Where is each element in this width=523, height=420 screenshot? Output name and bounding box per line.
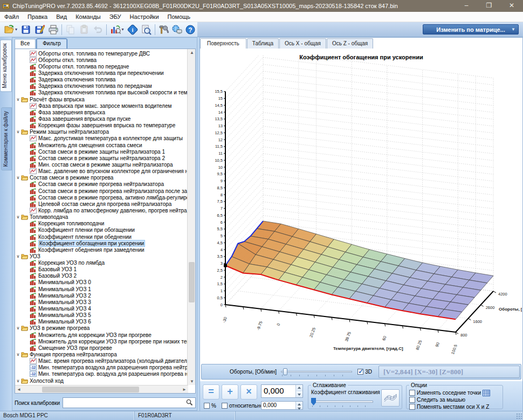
smoothing-slider[interactable] — [311, 398, 373, 407]
tree-folder[interactable]: ∨УОЗ — [15, 253, 187, 259]
add-value-button[interactable]: + — [222, 384, 238, 400]
tree-item[interactable]: Коррекция УОЗ по лямбда — [15, 260, 187, 266]
menu-Вид[interactable]: Вид — [52, 12, 71, 22]
tree-folder[interactable]: ∨Режим защиты нейтрализатора — [15, 129, 187, 135]
tree-item[interactable]: -12Мин. температура воздуха для разрешен… — [15, 364, 187, 371]
tree-item[interactable]: Обороты откл. топлива — [15, 57, 187, 63]
tree-folder[interactable]: ∨УОЗ в режиме прогрева — [15, 325, 187, 332]
set-value-button[interactable]: = — [203, 384, 219, 400]
expand-chevron-icon[interactable]: ∨ — [16, 378, 20, 383]
tree-item[interactable]: Коррекция фазы завершения впрыска по тем… — [15, 122, 187, 129]
spin-down-icon[interactable] — [296, 391, 302, 398]
checkbox-follow-mouse[interactable] — [409, 397, 415, 403]
apply-smoothing-button[interactable] — [381, 389, 400, 407]
maximize-button[interactable]: ❐ — [478, 0, 500, 12]
menu-ЭБУ[interactable]: ЭБУ — [105, 12, 126, 22]
tree-item[interactable]: Задержка отключения топлива по передачам — [15, 83, 187, 89]
tree-item[interactable]: Обороты откл. топлива по передаче — [15, 63, 187, 70]
network-button[interactable] — [170, 23, 184, 36]
print-button[interactable] — [46, 23, 60, 36]
expand-chevron-icon[interactable]: ∨ — [16, 326, 20, 331]
value-input[interactable]: 0,000 — [262, 385, 295, 397]
tree-tab-Фильтр[interactable]: Фильтр — [37, 39, 67, 49]
tree-item[interactable]: Минимальный УОЗ 1 — [15, 286, 187, 292]
edit-by-matrix-button[interactable]: Изменить по матрице... ▼ — [423, 24, 519, 35]
dropdown-caret-icon[interactable]: ▾ — [121, 27, 123, 32]
expand-chevron-icon[interactable]: ∨ — [16, 215, 20, 219]
help-button[interactable]: ? — [184, 23, 197, 36]
tree-item[interactable]: Корр. лямбда по атмосферному давлению, п… — [15, 207, 187, 214]
tree-item[interactable]: Минимальный УОЗ 5 — [15, 312, 187, 319]
info-button[interactable]: i — [126, 23, 139, 36]
sidebar-tab-calibration-menu[interactable]: Меню калибровок — [0, 39, 12, 92]
close-button[interactable]: ✕ — [500, 0, 523, 12]
tree-folder[interactable]: ∨Холостой ход — [15, 377, 187, 384]
tree-item[interactable]: Множитель для смещения состава смеси — [15, 142, 187, 148]
tree-item[interactable]: Коэффициент пленки при обеднении — [15, 233, 187, 240]
paste-button[interactable] — [77, 23, 91, 36]
tree-item[interactable]: Минимальный УОЗ 2 — [15, 292, 187, 299]
resize-grip[interactable] — [516, 413, 522, 419]
checkbox-swap-axes[interactable] — [409, 404, 415, 410]
menu-Правка[interactable]: Правка — [23, 12, 52, 22]
menu-Файл[interactable]: Файл — [0, 12, 23, 22]
map-tab-Ось-X---общая[interactable]: Ось X - общая — [279, 38, 326, 49]
tree-item[interactable]: Минимальный УОЗ 0 — [15, 279, 187, 286]
tree-item[interactable]: Задержка отключения топлива при переключ… — [15, 70, 187, 76]
undo-button[interactable] — [91, 23, 104, 36]
menu-Настройки[interactable]: Настройки — [126, 12, 163, 22]
spin-down-icon[interactable] — [296, 405, 302, 409]
map-tab-Поверхность[interactable]: Поверхность — [200, 38, 246, 49]
dropdown-caret-icon[interactable]: ▾ — [15, 27, 17, 32]
tree-horizontal-scrollbar[interactable]: ◄ ► — [15, 385, 188, 393]
tree-item[interactable]: Фаза завершения впрыска при пуске — [15, 115, 187, 122]
tree-item[interactable]: -12Мин. температура окр. воздуха для раз… — [15, 371, 187, 377]
expand-chevron-icon[interactable]: ∨ — [16, 129, 20, 134]
tree-folder[interactable]: ∨Функция прогрева нейтрализатора — [15, 351, 187, 357]
checkbox-3d[interactable] — [357, 369, 363, 375]
compare-maps-button[interactable]: ▾ — [108, 23, 126, 36]
tree-item[interactable]: Минимальный УОЗ 3 — [15, 299, 187, 305]
expand-chevron-icon[interactable]: ∨ — [16, 175, 20, 180]
tree-folder[interactable]: ∨Состав смеси в режиме прогрева — [15, 175, 187, 181]
tree-item[interactable]: Макс. допустимая температура в коллектор… — [15, 135, 187, 142]
scroll-up-icon[interactable]: ▲ — [190, 50, 194, 55]
checkbox-percent[interactable] — [204, 403, 210, 409]
menu-Помощь[interactable]: Помощь — [163, 12, 195, 22]
tree-vertical-scrollbar[interactable]: ▲ ▼ — [187, 49, 195, 385]
find-button[interactable] — [140, 23, 153, 36]
tree-item[interactable]: Множитель для коррекции УОЗ при прогреве… — [15, 338, 187, 345]
tree-item[interactable]: Состав смеси в режиме защиты нейтрализат… — [15, 148, 187, 155]
multiply-value-button[interactable]: × — [240, 384, 257, 400]
tree-item[interactable]: Коэффициент обогащения при ускорении — [15, 240, 187, 246]
scroll-left-icon[interactable]: ◄ — [17, 387, 21, 392]
tree-item[interactable]: Минимальный УОЗ 4 — [15, 305, 187, 312]
rpm-axis-slider[interactable] — [281, 368, 352, 376]
menu-Команды[interactable]: Команды — [71, 12, 105, 22]
tree-item[interactable]: Состав смеси в режиме защиты нейтрализат… — [15, 155, 187, 161]
sidebar-tab-file-comments[interactable]: Комментарии к файлу — [1, 107, 12, 170]
tree-item[interactable]: Базовый УОЗ 1 — [15, 266, 187, 273]
scroll-right-icon[interactable]: ► — [182, 387, 187, 392]
surface-3d-plot[interactable]: 00,511,522,533,544,555,566,577,588,599,5… — [201, 55, 522, 363]
tree-item[interactable]: Коэффициент обеднения при замедлении — [15, 246, 187, 253]
scroll-down-icon[interactable]: ▼ — [190, 379, 194, 384]
tree-folder[interactable]: ∨Расчёт фазы впрыска — [15, 96, 187, 102]
tools-button[interactable] — [157, 23, 170, 36]
tree-item[interactable]: Состав смеси в режиме прогрева нейтрализ… — [15, 181, 187, 188]
relative-value-input[interactable]: 0,000 — [262, 402, 295, 409]
checkbox-edit-neighbors[interactable] — [409, 390, 415, 396]
tree-item[interactable]: Базовый УОЗ 2 — [15, 273, 187, 279]
spin-up-icon[interactable] — [296, 402, 302, 405]
expand-chevron-icon[interactable]: ∨ — [16, 254, 20, 259]
tree-item[interactable]: Макс. время прогрева нейтрализатора (хол… — [15, 358, 187, 364]
tree-item[interactable]: Фаза впрыска при макс. запросе момента в… — [15, 102, 187, 109]
open-button[interactable]: ▾ — [2, 23, 19, 36]
tree-item[interactable]: Множитель для коррекции УОЗ при прогреве — [15, 332, 187, 338]
tree-item[interactable]: Смещение УОЗ при прогреве — [15, 345, 187, 351]
tree-item[interactable]: Состав смеси в режиме прогрева, активно … — [15, 194, 187, 201]
tree-item[interactable]: Минимальный УОЗ 6 — [15, 319, 187, 325]
tree-item[interactable]: Коррекция топливоподачи — [15, 221, 187, 227]
spin-up-icon[interactable] — [296, 385, 302, 391]
tree-item[interactable]: Целевой состав смеси для прогрева нейтра… — [15, 201, 187, 207]
